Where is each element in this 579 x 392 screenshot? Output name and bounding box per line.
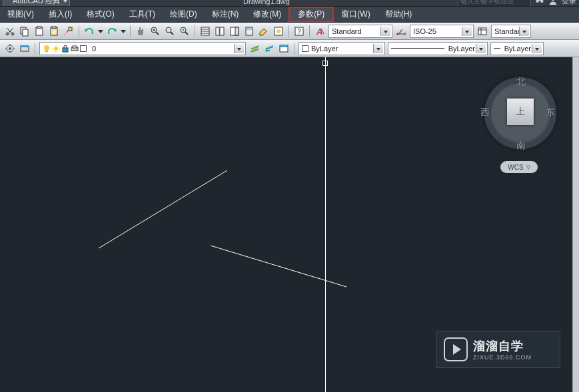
menu-parametric[interactable]: 参数(P) (289, 7, 334, 22)
svg-rect-31 (45, 51, 48, 52)
svg-rect-9 (69, 27, 72, 31)
lineweight-dropdown[interactable]: ByLayer (490, 42, 544, 55)
cut-icon[interactable] (3, 25, 17, 38)
svg-rect-35 (73, 46, 77, 48)
viewcube-south[interactable]: 南 (516, 140, 526, 152)
redo-dd-icon[interactable] (120, 25, 127, 38)
text-style-dropdown[interactable]: Standard (328, 25, 392, 38)
layer-state-icons (43, 45, 89, 53)
standard-toolbar: ? A Standard ISO-25 Standard (0, 23, 579, 40)
svg-point-11 (166, 27, 171, 33)
login-label[interactable]: 登录 (562, 0, 576, 6)
menu-dim[interactable]: 标注(N) (205, 7, 247, 22)
text-style-value: Standard (332, 27, 362, 35)
svg-line-38 (211, 246, 346, 287)
drawing-canvas[interactable]: 北 南 东 西 上 WCS ▽ 溜溜自学 ZIXUE.3D66.COM (0, 57, 579, 392)
dim-style-dropdown[interactable]: ISO-25 (410, 25, 474, 38)
svg-text:A: A (316, 27, 322, 37)
undo-icon[interactable] (83, 25, 96, 38)
zoom-realtime-icon[interactable] (149, 25, 162, 38)
layer-name: 0 (92, 45, 96, 53)
properties-icon[interactable] (199, 25, 212, 38)
svg-line-37 (99, 170, 227, 248)
wcs-badge[interactable]: WCS ▽ (500, 161, 538, 173)
binoculars-icon[interactable] (535, 0, 544, 5)
undo-dd-icon[interactable] (97, 25, 104, 38)
layer-color-swatch (80, 45, 87, 52)
svg-rect-25 (478, 28, 486, 35)
zoom-window-icon[interactable] (163, 25, 177, 38)
svg-rect-29 (21, 46, 29, 47)
matchprop-icon[interactable] (62, 25, 75, 38)
search-input[interactable]: 键入关键字或短语 (458, 0, 531, 7)
layer-dropdown[interactable]: 0 (39, 42, 246, 55)
pan-icon[interactable] (134, 25, 147, 38)
svg-rect-14 (216, 27, 219, 35)
redo-icon[interactable] (105, 25, 119, 38)
color-dropdown[interactable]: ByLayer (298, 42, 385, 55)
svg-text:?: ? (297, 28, 301, 35)
viewcube-face[interactable]: 上 (507, 98, 534, 125)
lineweight-preview (494, 48, 500, 49)
scrollbar-thumb[interactable] (573, 57, 579, 392)
layer-props-icon[interactable] (3, 42, 17, 55)
menu-view[interactable]: 视图(V) (0, 7, 41, 22)
svg-rect-17 (235, 27, 239, 35)
tool-palette-icon[interactable] (228, 25, 241, 38)
file-title: Drawing1.dwg (75, 0, 458, 5)
title-icons: 登录 (535, 0, 576, 6)
layer-make-current-icon[interactable] (248, 42, 261, 55)
copyclip-icon[interactable] (33, 25, 46, 38)
dimstyle-icon[interactable] (394, 25, 408, 38)
table-style-value: Standard (494, 27, 524, 35)
lock-icon (61, 45, 69, 53)
viewcube-east[interactable]: 东 (546, 106, 555, 118)
markup-icon[interactable] (257, 25, 271, 38)
watermark: 溜溜自学 ZIXUE.3D66.COM (436, 331, 560, 368)
layer-state-icon[interactable] (277, 42, 290, 55)
zoom-prev-icon[interactable] (178, 25, 191, 38)
workspace-dropdown[interactable]: AutoCAD 经典 (3, 0, 70, 7)
svg-rect-33 (63, 48, 68, 52)
help-icon[interactable]: ? (292, 25, 306, 38)
quickcalc-icon[interactable] (272, 25, 285, 38)
menu-format[interactable]: 格式(O) (79, 7, 121, 22)
sun-icon (52, 45, 60, 53)
paste-icon[interactable] (47, 25, 61, 38)
linetype-dropdown[interactable]: ByLayer (388, 42, 488, 55)
copy-icon[interactable] (18, 25, 31, 38)
menu-window[interactable]: 窗口(W) (334, 7, 377, 22)
sheetset-icon[interactable] (213, 25, 227, 38)
layer-filter-icon[interactable] (18, 42, 31, 55)
svg-rect-19 (247, 28, 252, 30)
linetype-value: ByLayer (448, 45, 475, 53)
scrollbar-vertical[interactable] (572, 57, 579, 392)
table-style-dropdown[interactable]: Standard (491, 25, 531, 38)
menu-modify[interactable]: 修改(M) (246, 7, 289, 22)
layer-previous-icon[interactable] (263, 42, 276, 55)
menu-help[interactable]: 帮助(H) (378, 7, 420, 22)
tablestyle-icon[interactable] (476, 25, 489, 38)
color-swatch (302, 45, 308, 52)
textstyle-icon[interactable]: A (313, 25, 326, 38)
bulb-icon (43, 45, 51, 53)
watermark-title: 溜溜自学 (473, 338, 532, 354)
color-value: ByLayer (311, 45, 338, 53)
svg-point-32 (54, 47, 58, 51)
menu-insert[interactable]: 插入(I) (41, 7, 79, 22)
svg-point-30 (44, 45, 49, 51)
calculator-icon[interactable] (243, 25, 256, 38)
user-icon[interactable] (548, 0, 558, 5)
viewcube-north[interactable]: 北 (516, 76, 526, 88)
menu-draw[interactable]: 绘图(D) (163, 7, 205, 22)
menu-tools[interactable]: 工具(T) (122, 7, 163, 22)
plot-icon (71, 45, 79, 53)
title-bar: AutoCAD 经典 Drawing1.dwg 键入关键字或短语 登录 (0, 0, 579, 7)
viewcube-face-label: 上 (516, 106, 525, 118)
view-cube[interactable]: 北 南 东 西 上 WCS ▽ (480, 68, 560, 174)
svg-point-0 (551, 0, 554, 1)
workspace-label: AutoCAD 经典 (13, 0, 60, 6)
viewcube-west[interactable]: 西 (480, 106, 490, 118)
watermark-sub: ZIXUE.3D66.COM (473, 354, 532, 361)
linetype-preview (391, 48, 444, 49)
